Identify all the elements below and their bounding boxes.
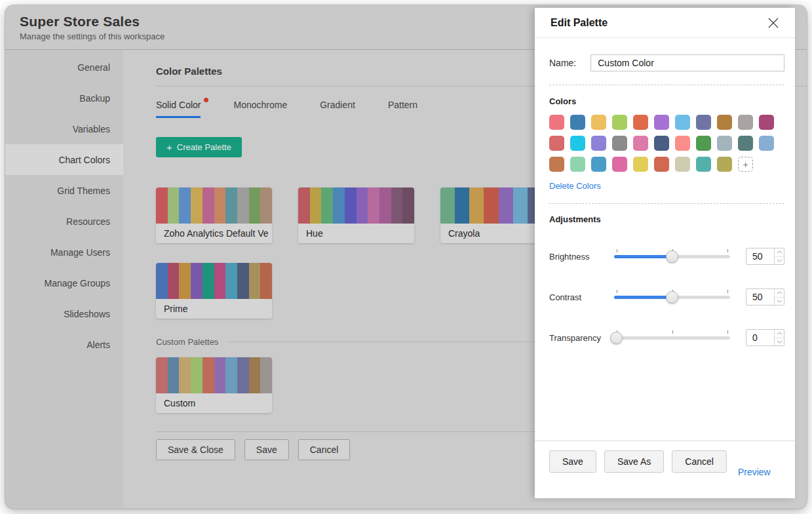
contrast-stepper: 50 — [746, 288, 784, 306]
color-swatch[interactable] — [612, 157, 627, 172]
transparency-value[interactable]: 0 — [746, 330, 774, 346]
color-swatch[interactable] — [570, 115, 585, 130]
tab-monochrome[interactable]: Monochrome — [233, 100, 287, 118]
palette-stripe — [237, 263, 249, 299]
palette-stripe — [249, 357, 261, 393]
sidebar-item-chart-colors[interactable]: Chart Colors — [5, 144, 123, 175]
color-swatch[interactable] — [759, 136, 774, 151]
palette-card-custom[interactable]: Custom — [156, 357, 272, 413]
add-color-button[interactable]: + — [738, 157, 753, 172]
transparency-stepper: 0 — [746, 329, 784, 346]
preview-link[interactable]: Preview — [738, 467, 771, 477]
color-swatch[interactable] — [549, 115, 564, 130]
step-up-icon[interactable] — [775, 330, 784, 338]
slider-tick — [672, 330, 673, 334]
edit-palette-dialog: Edit Palette Name: Colors + Delete Color… — [535, 8, 795, 498]
palette-stripe — [179, 263, 191, 299]
dialog-save-as-button[interactable]: Save As — [604, 450, 664, 473]
sidebar-item-manage-users[interactable]: Manage Users — [5, 237, 123, 267]
slider-handle[interactable] — [666, 291, 678, 304]
slider-tick — [617, 290, 617, 293]
color-swatch[interactable] — [591, 115, 606, 130]
color-swatch[interactable] — [738, 136, 753, 151]
palette-stripe — [321, 188, 333, 224]
sidebar-item-resources[interactable]: Resources — [5, 206, 123, 237]
palette-stripe — [260, 263, 272, 299]
dialog-cancel-button[interactable]: Cancel — [672, 450, 727, 473]
color-swatch[interactable] — [717, 157, 732, 172]
transparency-slider[interactable] — [614, 331, 730, 345]
color-swatch[interactable] — [591, 157, 606, 172]
color-swatch[interactable] — [549, 136, 564, 151]
color-swatch[interactable] — [633, 136, 648, 151]
color-swatch[interactable] — [591, 136, 606, 151]
color-swatch[interactable] — [654, 157, 669, 172]
tab-pattern[interactable]: Pattern — [388, 100, 417, 118]
step-down-icon[interactable] — [775, 338, 784, 346]
palette-stripe — [191, 188, 203, 224]
save-close-button[interactable]: Save & Close — [156, 439, 235, 460]
sidebar-item-backup[interactable]: Backup — [5, 83, 123, 113]
brightness-label: Brightness — [549, 252, 614, 262]
step-up-icon[interactable] — [775, 248, 784, 256]
brightness-value[interactable]: 50 — [746, 248, 774, 264]
sidebar-item-manage-groups[interactable]: Manage Groups — [5, 267, 123, 298]
dialog-save-button[interactable]: Save — [549, 450, 596, 473]
palette-card-zoho-default[interactable]: Zoho Analytics Default Ve — [156, 188, 272, 243]
color-swatch[interactable] — [675, 115, 690, 130]
palette-stripe — [402, 188, 414, 224]
palette-stripe — [203, 188, 214, 224]
slider-handle[interactable] — [666, 250, 678, 263]
unsaved-changes-dot — [204, 98, 208, 102]
contrast-value[interactable]: 50 — [746, 289, 774, 305]
delete-colors-link[interactable]: Delete Colors — [549, 181, 601, 191]
palette-stripe — [225, 188, 237, 224]
tab-solid-color[interactable]: Solid Color — [156, 100, 201, 118]
step-down-icon[interactable] — [775, 256, 784, 265]
color-swatch[interactable] — [696, 136, 711, 151]
contrast-slider[interactable] — [614, 290, 730, 304]
color-swatch[interactable] — [612, 136, 627, 151]
palette-stripe — [156, 263, 168, 299]
slider-handle[interactable] — [610, 332, 623, 344]
create-palette-button[interactable]: + Create Palette — [156, 137, 242, 157]
brightness-slider[interactable] — [614, 250, 730, 264]
color-swatch[interactable] — [654, 136, 669, 151]
color-swatch[interactable] — [549, 157, 564, 172]
color-swatch[interactable] — [654, 115, 669, 130]
color-swatch[interactable] — [675, 136, 690, 151]
sidebar-item-general[interactable]: General — [5, 52, 123, 83]
palette-name-input[interactable] — [590, 54, 784, 71]
palette-card-prime[interactable]: Prime — [156, 263, 272, 319]
sidebar-item-variables[interactable]: Variables — [5, 113, 123, 144]
sidebar-item-grid-themes[interactable]: Grid Themes — [5, 175, 123, 206]
color-swatch[interactable] — [633, 157, 648, 172]
color-swatch[interactable] — [696, 157, 711, 172]
palette-card-hue[interactable]: Hue — [298, 188, 414, 243]
color-swatch[interactable] — [612, 115, 627, 130]
cancel-button[interactable]: Cancel — [298, 439, 351, 460]
palette-name: Zoho Analytics Default Ve — [156, 224, 272, 243]
palette-preview — [298, 188, 414, 224]
palette-stripe — [368, 188, 379, 224]
save-button[interactable]: Save — [244, 439, 289, 460]
step-down-icon[interactable] — [775, 297, 784, 306]
color-swatch[interactable] — [738, 115, 753, 130]
color-swatch[interactable] — [696, 115, 711, 130]
sidebar-item-alerts[interactable]: Alerts — [5, 329, 123, 360]
palette-stripe — [168, 357, 180, 393]
slider-track[interactable] — [614, 336, 730, 340]
color-swatch[interactable] — [570, 136, 585, 151]
step-up-icon[interactable] — [775, 289, 784, 297]
color-swatch[interactable] — [675, 157, 690, 172]
color-swatch[interactable] — [633, 115, 648, 130]
color-swatch[interactable] — [570, 157, 585, 172]
sidebar-item-slideshows[interactable]: Slideshows — [5, 298, 123, 329]
color-swatch[interactable] — [759, 115, 774, 130]
palette-stripe — [249, 263, 261, 299]
color-swatch[interactable] — [717, 115, 732, 130]
transparency-label: Transparency — [549, 333, 614, 343]
tab-gradient[interactable]: Gradient — [320, 100, 355, 118]
color-swatch[interactable] — [717, 136, 732, 151]
close-icon[interactable] — [765, 14, 782, 31]
